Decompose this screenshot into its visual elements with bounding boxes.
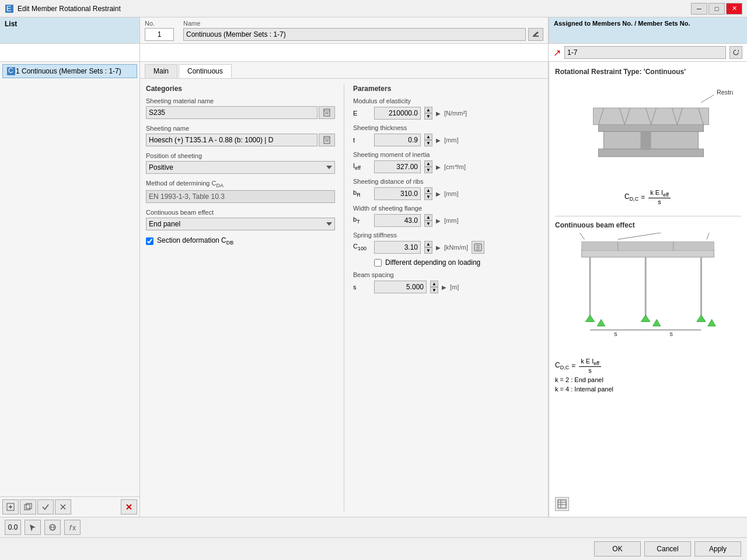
svg-rect-2 bbox=[533, 36, 539, 37]
function-tool-button[interactable]: f x bbox=[64, 520, 81, 535]
sheeting-name-book-button[interactable] bbox=[319, 134, 335, 146]
apply-button[interactable]: Apply bbox=[694, 541, 741, 556]
spring-calc-button[interactable] bbox=[472, 241, 484, 254]
sheeting-material-book-button[interactable] bbox=[319, 106, 335, 119]
different-loading-checkbox[interactable] bbox=[374, 259, 382, 267]
different-loading-label: Different depending on loading bbox=[385, 258, 480, 267]
svg-rect-10 bbox=[25, 505, 30, 510]
maximize-button[interactable]: □ bbox=[708, 3, 725, 15]
thickness-down[interactable]: ▼ bbox=[424, 140, 432, 146]
right-panel-tool-button[interactable] bbox=[555, 497, 569, 511]
duplicate-button[interactable] bbox=[20, 499, 36, 514]
thickness-up[interactable]: ▲ bbox=[424, 134, 432, 140]
list-item[interactable]: C 1 Continuous (Member Sets : 1-7) bbox=[2, 64, 137, 78]
sheeting-name-input[interactable] bbox=[146, 134, 317, 146]
categories-title: Categories bbox=[146, 85, 335, 93]
globe-tool-button[interactable] bbox=[44, 520, 61, 535]
coordinate-button[interactable]: 0.0 bbox=[5, 520, 21, 535]
no-label: No. bbox=[145, 20, 174, 27]
flange-unit: [mm] bbox=[444, 217, 458, 224]
thickness-input[interactable] bbox=[374, 134, 421, 146]
section-deform-checkbox[interactable] bbox=[146, 237, 153, 245]
tab-continuous[interactable]: Continuous bbox=[179, 64, 232, 78]
flange-input[interactable] bbox=[374, 214, 421, 227]
sheeting-material-input[interactable] bbox=[146, 106, 317, 119]
beam-spacing-input[interactable] bbox=[374, 281, 427, 293]
modulus-down[interactable]: ▼ bbox=[424, 113, 432, 120]
title-text: Edit Member Rotational Restraint bbox=[18, 5, 121, 13]
assigned-input[interactable] bbox=[564, 46, 726, 59]
moment-input[interactable] bbox=[374, 160, 421, 173]
minimize-button[interactable]: ─ bbox=[691, 3, 707, 15]
modulus-input[interactable] bbox=[374, 107, 421, 120]
spring-spinner: ▲ ▼ bbox=[424, 241, 432, 254]
flange-down[interactable]: ▼ bbox=[424, 220, 432, 227]
tab-main[interactable]: Main bbox=[145, 64, 177, 78]
assigned-arrow-icon: ↗ bbox=[553, 47, 561, 58]
check-button[interactable] bbox=[37, 499, 54, 514]
name-edit-button[interactable] bbox=[528, 28, 543, 41]
delete-button[interactable] bbox=[121, 499, 137, 514]
beam-spacing-spinner: ▲ ▼ bbox=[430, 281, 438, 293]
flange-up[interactable]: ▲ bbox=[424, 214, 432, 220]
ribs-input[interactable] bbox=[374, 187, 421, 200]
svg-line-41 bbox=[701, 95, 714, 103]
position-label: Position of sheeting bbox=[146, 152, 335, 159]
formula1-fraction: k E Ieff s bbox=[648, 189, 671, 205]
continuous-beam-select[interactable]: End panel Internal panel bbox=[146, 218, 335, 230]
arrow-tool-icon bbox=[29, 523, 37, 531]
ribs-down[interactable]: ▼ bbox=[424, 194, 432, 200]
svg-line-65 bbox=[707, 233, 710, 239]
svg-text:s: s bbox=[669, 330, 673, 337]
svg-marker-49 bbox=[641, 315, 650, 321]
beam-spacing-up[interactable]: ▲ bbox=[430, 281, 438, 287]
moment-up[interactable]: ▲ bbox=[424, 160, 432, 167]
tab-content: Categories Sheeting material name bbox=[140, 79, 548, 517]
moment-label: Sheeting moment of inertia bbox=[353, 151, 542, 158]
modulus-row: E ▲ ▼ ▶ [N/mm²] bbox=[353, 107, 542, 120]
modulus-up[interactable]: ▲ bbox=[424, 107, 432, 113]
function-icon: f x bbox=[68, 523, 76, 531]
ribs-label: Sheeting distance of ribs bbox=[353, 178, 542, 185]
title-bar: E Edit Member Rotational Restraint ─ □ ✕ bbox=[0, 0, 747, 18]
modulus-spinner: ▲ ▼ bbox=[424, 107, 432, 120]
beam-diagram-area: Restraining member CD,C = k E Ieff s bbox=[555, 82, 741, 205]
svg-rect-31 bbox=[640, 132, 651, 150]
sheeting-name-label: Sheeting name bbox=[146, 125, 335, 132]
flange-spinner: ▲ ▼ bbox=[424, 214, 432, 227]
book-icon-2 bbox=[323, 136, 331, 144]
svg-marker-3 bbox=[533, 32, 539, 36]
app-icon: E bbox=[5, 4, 14, 13]
beam-spacing-down[interactable]: ▼ bbox=[430, 287, 438, 293]
spring-input[interactable] bbox=[374, 241, 421, 254]
flange-symbol: bT bbox=[353, 216, 371, 225]
divider-1 bbox=[555, 216, 741, 216]
spring-symbol: C100 bbox=[353, 243, 371, 251]
ribs-up[interactable]: ▲ bbox=[424, 187, 432, 194]
ribs-symbol: bR bbox=[353, 189, 371, 198]
formula2-left: CD,C bbox=[555, 361, 569, 370]
ok-button[interactable]: OK bbox=[594, 541, 641, 556]
continuous-beam-label: Continuous beam effect bbox=[146, 209, 335, 216]
cancel-button[interactable]: Cancel bbox=[644, 541, 691, 556]
formula2-fraction: k E Ieff s bbox=[579, 358, 601, 374]
sheeting-material-label: Sheeting material name bbox=[146, 97, 335, 104]
close-button[interactable]: ✕ bbox=[726, 3, 742, 15]
name-label: Name bbox=[183, 20, 543, 27]
arrow-tool-button[interactable] bbox=[25, 520, 41, 535]
moment-down[interactable]: ▼ bbox=[424, 167, 432, 173]
no-field-group: No. bbox=[145, 20, 174, 41]
spring-up[interactable]: ▲ bbox=[424, 241, 432, 247]
refresh-icon bbox=[732, 49, 739, 56]
add-button[interactable] bbox=[2, 499, 19, 514]
list-item-icon: C bbox=[6, 66, 16, 76]
name-field-group: Name bbox=[183, 20, 543, 41]
position-select[interactable]: Positive Negative bbox=[146, 161, 335, 174]
name-input[interactable] bbox=[183, 28, 526, 41]
no-input[interactable] bbox=[145, 28, 174, 41]
spring-down[interactable]: ▼ bbox=[424, 247, 432, 254]
section-deform-row: Section deformation CDB bbox=[146, 236, 335, 246]
uncheck-button[interactable] bbox=[55, 499, 71, 514]
assigned-action-button[interactable] bbox=[729, 46, 742, 59]
continuous-beam-diagram-svg: s s Internal panel End panel End panel bbox=[564, 233, 733, 349]
